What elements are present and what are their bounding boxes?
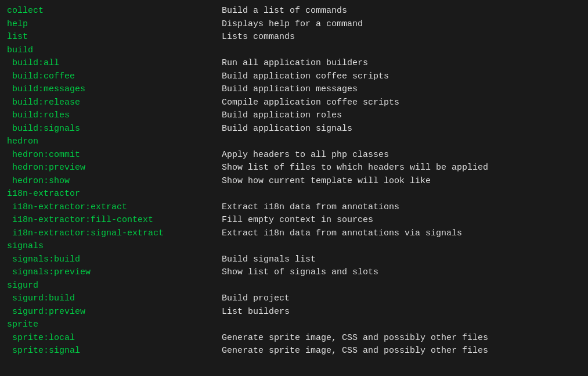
command-description: Extract i18n data from annotations via s… <box>222 227 462 241</box>
terminal-line: i18n-extractor:extractExtract i18n data … <box>7 201 581 214</box>
command-description: Lists commands <box>222 31 295 44</box>
terminal-line: build:messagesBuild application messages <box>7 83 581 96</box>
terminal-line: collectBuild a list of commands <box>7 5 581 18</box>
command-description: Show list of signals and slots <box>222 266 378 280</box>
category-label: sprite <box>7 318 38 332</box>
terminal-line: hedron:commitApply headers to all php cl… <box>7 149 581 162</box>
terminal-line: signals:previewShow list of signals and … <box>7 266 581 280</box>
category-label: hedron <box>7 135 38 149</box>
command-description: Extract i18n data from annotations <box>222 201 399 214</box>
terminal-line: build:rolesBuild application roles <box>7 109 581 123</box>
command-name: list <box>7 31 222 44</box>
command-name: build:coffee <box>7 70 222 84</box>
command-description: Build application signals <box>222 123 352 136</box>
command-name: collect <box>7 5 222 18</box>
command-name: build:messages <box>7 83 222 96</box>
command-name: hedron:show <box>7 175 222 188</box>
terminal-line: build:signalsBuild application signals <box>7 123 581 136</box>
category-label: signals <box>7 240 44 253</box>
command-name: build:roles <box>7 109 222 123</box>
terminal-line: sprite <box>7 318 581 332</box>
command-name: build:release <box>7 96 222 110</box>
command-name: sprite:local <box>7 332 222 345</box>
terminal-line: listLists commands <box>7 31 581 44</box>
command-description: Run all application builders <box>222 57 368 70</box>
command-description: Generate sprite image, CSS and possibly … <box>222 345 488 358</box>
terminal-line: sigurd:previewList builders <box>7 306 581 319</box>
terminal-line: helpDisplays help for a command <box>7 18 581 31</box>
command-description: Displays help for a command <box>222 18 363 31</box>
category-label: sigurd <box>7 280 38 293</box>
command-description: Show how current template will look like <box>222 175 431 188</box>
terminal-line: build:releaseCompile application coffee … <box>7 96 581 110</box>
terminal-line: hedron <box>7 135 581 149</box>
command-name: hedron:commit <box>7 149 222 162</box>
command-description: Fill empty context in sources <box>222 214 373 227</box>
command-description: Build application coffee scripts <box>222 70 389 84</box>
terminal-line: signals:buildBuild signals list <box>7 253 581 267</box>
command-name: build:all <box>7 57 222 70</box>
terminal-output: collectBuild a list of commandshelpDispl… <box>7 5 581 358</box>
command-description: Build a list of commands <box>222 5 347 18</box>
terminal-line: sprite:localGenerate sprite image, CSS a… <box>7 332 581 345</box>
command-description: Show list of files to which headers will… <box>222 162 488 175</box>
command-description: Build application messages <box>222 83 358 96</box>
terminal-line: sigurd:buildBuild project <box>7 292 581 306</box>
command-name: signals:build <box>7 253 222 267</box>
command-name: sigurd:build <box>7 292 222 306</box>
category-label: i18n-extractor <box>7 188 80 201</box>
command-description: Build project <box>222 292 290 306</box>
command-name: build:signals <box>7 123 222 136</box>
command-description: List builders <box>222 306 290 319</box>
terminal-line: hedron:showShow how current template wil… <box>7 175 581 188</box>
command-name: signals:preview <box>7 266 222 280</box>
command-name: hedron:preview <box>7 162 222 175</box>
command-name: sigurd:preview <box>7 306 222 319</box>
terminal-line: i18n-extractor:signal-extractExtract i18… <box>7 227 581 241</box>
terminal-line: build <box>7 44 581 58</box>
command-name: i18n-extractor:fill-context <box>7 214 222 227</box>
terminal-line: i18n-extractor:fill-contextFill empty co… <box>7 214 581 227</box>
command-name: i18n-extractor:signal-extract <box>7 227 222 241</box>
command-description: Apply headers to all php classes <box>222 149 389 162</box>
command-name: help <box>7 18 222 31</box>
terminal-line: hedron:previewShow list of files to whic… <box>7 162 581 175</box>
command-name: sprite:signal <box>7 345 222 358</box>
terminal-line: build:coffeeBuild application coffee scr… <box>7 70 581 84</box>
command-description: Build application roles <box>222 109 342 123</box>
category-label: build <box>7 44 33 58</box>
terminal-line: sigurd <box>7 280 581 293</box>
command-name: i18n-extractor:extract <box>7 201 222 214</box>
command-description: Generate sprite image, CSS and possibly … <box>222 332 488 345</box>
command-description: Compile application coffee scripts <box>222 96 399 110</box>
command-description: Build signals list <box>222 253 316 267</box>
terminal-line: build:allRun all application builders <box>7 57 581 70</box>
terminal-line: i18n-extractor <box>7 188 581 201</box>
terminal-line: sprite:signalGenerate sprite image, CSS … <box>7 345 581 358</box>
terminal-line: signals <box>7 240 581 253</box>
